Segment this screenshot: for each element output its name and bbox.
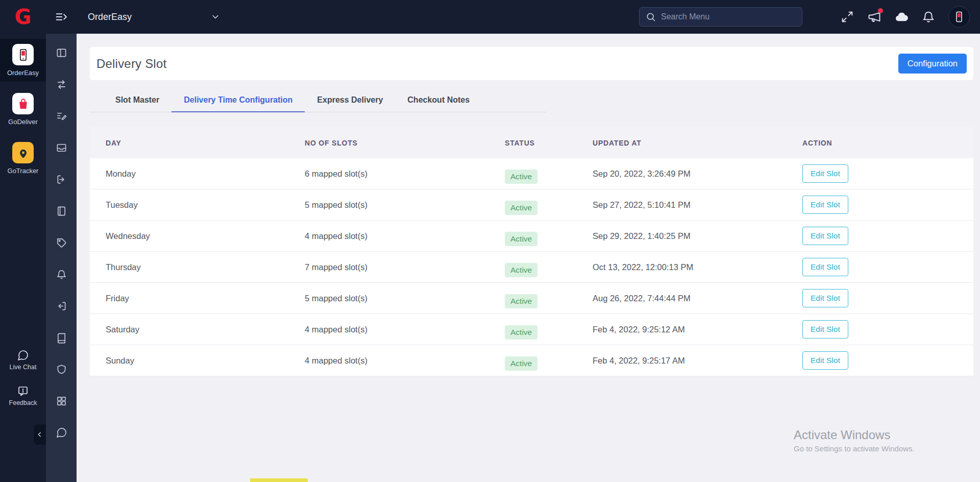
- updated-cell: Feb 4, 2022, 9:25:12 AM: [593, 325, 802, 334]
- logout-icon[interactable]: [56, 300, 67, 312]
- day-cell: Monday: [106, 169, 305, 179]
- edit-slot-button[interactable]: Edit Slot: [802, 258, 848, 276]
- updated-cell: Aug 26, 2022, 7:44:44 PM: [593, 294, 802, 303]
- form-edit-icon[interactable]: [56, 110, 67, 122]
- search-input[interactable]: [661, 12, 796, 21]
- app-rail: OrderEasy GoDeliver GoTracker: [0, 34, 46, 482]
- gotracker-app-icon: [12, 142, 34, 163]
- sidebar-app-gotracker[interactable]: GoTracker: [0, 137, 46, 180]
- bell-icon[interactable]: [921, 10, 936, 24]
- slots-cell: 6 mapped slot(s): [305, 169, 505, 179]
- inbox-icon[interactable]: [56, 142, 67, 154]
- configuration-button[interactable]: Configuration: [898, 54, 967, 74]
- ordereasy-app-icon: [12, 44, 34, 65]
- slots-cell: 5 mapped slot(s): [305, 200, 505, 210]
- slots-cell: 4 mapped slot(s): [305, 325, 505, 334]
- bell-icon[interactable]: [56, 269, 67, 280]
- search-bar[interactable]: [639, 7, 802, 27]
- column-header-status: STATUS: [505, 139, 593, 147]
- layout-icon[interactable]: [56, 47, 67, 59]
- slots-cell: 4 mapped slot(s): [305, 356, 505, 366]
- slots-cell: 7 mapped slot(s): [305, 262, 505, 272]
- status-badge: Active: [505, 263, 537, 277]
- windows-activation-watermark: Activate Windows Go to Settings to activ…: [794, 428, 915, 453]
- tab-slot-master[interactable]: Slot Master: [103, 95, 172, 112]
- table-row: Saturday 4 mapped slot(s) Active Feb 4, …: [90, 314, 973, 345]
- table-row: Tuesday 5 mapped slot(s) Active Sep 27, …: [90, 189, 973, 221]
- column-header-day: DAY: [106, 139, 305, 147]
- sidebar-app-ordereasy[interactable]: OrderEasy: [0, 39, 46, 82]
- announcement-icon[interactable]: [867, 10, 881, 24]
- updated-cell: Sep 29, 2022, 1:40:25 PM: [593, 231, 802, 241]
- sidebar-collapse-handle[interactable]: [34, 424, 46, 445]
- notebook-icon[interactable]: [56, 205, 67, 217]
- chat-icon[interactable]: [56, 427, 67, 439]
- shield-icon[interactable]: [56, 364, 67, 375]
- tag-icon[interactable]: [56, 237, 67, 249]
- edit-slot-button[interactable]: Edit Slot: [802, 320, 848, 339]
- app-switcher-label: OrderEasy: [88, 12, 132, 22]
- sidebar-app-godeliver[interactable]: GoDeliver: [0, 88, 46, 131]
- day-cell: Friday: [106, 294, 305, 303]
- watermark-subtitle: Go to Settings to activate Windows.: [794, 444, 915, 453]
- phone-icon: [953, 11, 965, 23]
- day-cell: Sunday: [106, 356, 305, 366]
- day-cell: Saturday: [106, 325, 305, 334]
- table-header-row: DAY NO OF SLOTS STATUS UPDATED AT ACTION: [90, 127, 973, 158]
- day-cell: Thursday: [106, 262, 305, 272]
- app-label: GoDeliver: [8, 118, 38, 126]
- day-cell: Tuesday: [106, 200, 305, 210]
- table-row: Thursday 7 mapped slot(s) Active Oct 13,…: [90, 252, 973, 283]
- brand-logo: G: [0, 0, 46, 34]
- tab-bar: Slot Master Delivery Time Configuration …: [90, 90, 546, 112]
- updated-cell: Sep 20, 2022, 3:26:49 PM: [593, 169, 802, 179]
- feedback-icon: [17, 385, 29, 397]
- menu-rail: [46, 34, 77, 482]
- status-badge: Active: [505, 201, 537, 215]
- table-row: Monday 6 mapped slot(s) Active Sep 20, 2…: [90, 158, 973, 189]
- feedback-button[interactable]: Feedback: [9, 385, 37, 406]
- live-chat-button[interactable]: Live Chat: [10, 349, 37, 371]
- search-icon: [646, 12, 656, 22]
- edit-slot-button[interactable]: Edit Slot: [802, 289, 848, 307]
- delivery-slot-table: DAY NO OF SLOTS STATUS UPDATED AT ACTION…: [90, 127, 973, 376]
- bottom-page-fragment: [250, 478, 308, 482]
- chevron-left-icon: [36, 430, 44, 439]
- godeliver-app-icon: [12, 93, 34, 114]
- table-row: Friday 5 mapped slot(s) Active Aug 26, 2…: [90, 283, 973, 314]
- user-avatar[interactable]: [948, 6, 970, 28]
- watermark-title: Activate Windows: [794, 428, 915, 442]
- edit-slot-button[interactable]: Edit Slot: [802, 196, 848, 214]
- live-chat-label: Live Chat: [10, 364, 37, 371]
- status-badge: Active: [505, 356, 537, 371]
- sidebar-toggle-icon[interactable]: [54, 10, 68, 24]
- table-row: Wednesday 4 mapped slot(s) Active Sep 29…: [90, 221, 973, 252]
- transfer-icon[interactable]: [56, 79, 67, 90]
- topbar: G OrderEasy: [0, 0, 980, 34]
- status-badge: Active: [505, 294, 537, 308]
- edit-slot-button[interactable]: Edit Slot: [802, 164, 848, 183]
- fullscreen-icon[interactable]: [840, 10, 854, 24]
- column-header-slots: NO OF SLOTS: [305, 139, 505, 147]
- notification-dot: [878, 8, 883, 13]
- tab-express-delivery[interactable]: Express Delivery: [305, 95, 395, 112]
- login-icon[interactable]: [56, 174, 67, 185]
- live-chat-icon: [17, 349, 29, 362]
- cloud-icon[interactable]: [894, 10, 909, 24]
- app-label: GoTracker: [8, 167, 39, 175]
- status-badge: Active: [505, 170, 537, 184]
- edit-slot-button[interactable]: Edit Slot: [802, 351, 848, 370]
- grid-icon[interactable]: [56, 395, 67, 407]
- slots-cell: 5 mapped slot(s): [305, 294, 505, 303]
- book-icon[interactable]: [56, 332, 67, 344]
- day-cell: Wednesday: [106, 231, 305, 241]
- edit-slot-button[interactable]: Edit Slot: [802, 227, 848, 245]
- column-header-action: ACTION: [802, 139, 973, 147]
- slots-cell: 4 mapped slot(s): [305, 231, 505, 241]
- page-title: Delivery Slot: [96, 57, 166, 71]
- tab-delivery-time-configuration[interactable]: Delivery Time Configuration: [172, 95, 305, 112]
- main-content: Delivery Slot Configuration Slot Master …: [77, 34, 980, 482]
- app-label: OrderEasy: [7, 69, 39, 77]
- tab-checkout-notes[interactable]: Checkout Notes: [395, 95, 482, 112]
- app-switcher-dropdown[interactable]: OrderEasy: [88, 0, 220, 34]
